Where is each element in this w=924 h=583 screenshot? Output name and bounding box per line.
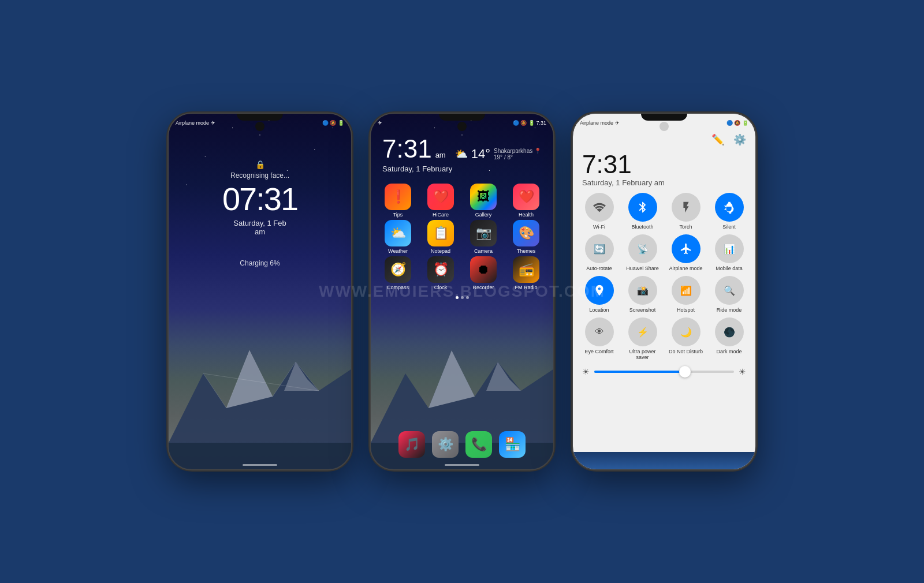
brightness-fill [594,371,685,373]
toggle-label-wi-fi: Wi-Fi [593,224,605,230]
cp-toggle-wi-fi[interactable]: Wi-Fi [580,193,619,230]
app-label: Clock [434,285,448,290]
dot-3 [466,296,469,299]
app-grid: ❗ Tips ❤️ HiCare 🖼 Gallery ❤️ Health ⛅ W… [371,180,553,294]
cp-toggle-location[interactable]: Location [580,276,619,313]
home-time: 7:31 am ⛅ 14° Shakarpurkhas 📍 19° / 8° [382,134,542,163]
toggle-circle-location[interactable] [585,276,614,305]
app-item-notepad[interactable]: 📋 Notepad [420,220,461,254]
cp-toggle-bluetooth[interactable]: Bluetooth [623,193,662,230]
brightness-slider[interactable] [594,371,734,373]
app-item-clock[interactable]: ⏰ Clock [420,256,461,290]
status-left: Airplane mode ✈ [176,120,215,126]
app-label: Camera [474,248,493,254]
app-label: Themes [517,248,536,254]
toggle-circle-ultra-power-saver[interactable]: ⚡ [628,317,657,346]
status-right: 🔵 🔕 🔋 [322,120,344,126]
toggle-circle-huawei-share[interactable]: 📡 [628,234,657,263]
toggle-label-ultra-power-saver: Ultra power saver [623,349,662,360]
cp-time-date: Saturday, 1 February am [582,178,746,187]
toggle-circle-ride-mode[interactable]: 🔍 [715,276,744,305]
cp-toggle-mobile-data[interactable]: 📊Mobile data [710,234,748,271]
phone-homescreen: ✈ 🔵 🔕 🔋 7:31 7:31 am ⛅ 14° Shakarpurkhas… [370,113,554,470]
front-camera-home [457,122,467,131]
app-icon: 🎨 [513,220,539,246]
cp-toggle-do-not-disturb[interactable]: 🌙Do Not Disturb [666,317,705,360]
app-item-camera[interactable]: 📷 Camera [463,220,504,254]
toggle-circle-do-not-disturb[interactable]: 🌙 [672,317,701,346]
home-date: Saturday, 1 February [382,165,542,173]
home-temp: 14° [471,147,490,162]
app-item-fm-radio[interactable]: 📻 FM Radio [506,256,546,290]
toggle-circle-airplane-mode[interactable] [672,234,701,263]
toggle-circle-hotspot[interactable]: 📶 [672,276,701,305]
dot-1 [456,296,459,299]
front-camera [255,122,264,131]
app-icon: 🖼 [470,184,497,210]
app-item-health[interactable]: ❤️ Health [506,184,546,218]
cp-toggle-screenshot[interactable]: 📸Screenshot [623,276,662,313]
app-item-tips[interactable]: ❗ Tips [378,184,418,218]
toggle-label-auto-rotate: Auto-rotate [586,266,612,271]
cp-toggle-auto-rotate[interactable]: 🔄Auto-rotate [580,234,619,271]
app-label: Notepad [431,248,450,254]
toggle-label-dark-mode: Dark mode [716,349,742,354]
home-status-right: 🔵 🔕 🔋 7:31 [513,120,546,126]
cp-toggle-dark-mode[interactable]: 🌑Dark mode [710,317,748,360]
app-item-recorder[interactable]: ⏺ Recorder [463,256,504,290]
svg-rect-4 [169,443,352,470]
toggle-circle-eye-comfort[interactable]: 👁 [585,317,614,346]
cp-brightness: ☀ ☀ [573,362,755,381]
app-icon: ⛅ [385,220,411,246]
toggle-circle-silent[interactable] [715,193,744,222]
cp-toggle-torch[interactable]: Torch [666,193,705,230]
cp-toggle-ultra-power-saver[interactable]: ⚡Ultra power saver [623,317,662,360]
toggle-label-hotspot: Hotspot [677,307,695,313]
cp-toggle-eye-comfort[interactable]: 👁Eye Comfort [580,317,619,360]
cp-toggle-airplane-mode[interactable]: Airplane mode [666,234,705,271]
cp-header: ✏️ ⚙️ [573,130,755,150]
app-label: Weather [388,248,408,254]
app-icon: 📋 [427,220,454,246]
toggle-circle-bluetooth[interactable] [628,193,657,222]
lock-date: Saturday, 1 Feb am [233,219,286,236]
app-item-compass[interactable]: 🧭 Compass [378,256,418,290]
cp-toggle-silent[interactable]: Silent [710,193,748,230]
cp-status-right: 🔵 🔕 🔋 [726,120,748,126]
toggle-label-airplane-mode: Airplane mode [669,266,702,271]
toggle-circle-mobile-data[interactable]: 📊 [715,234,744,263]
app-item-hicare[interactable]: ❤️ HiCare [420,184,461,218]
home-bar[interactable] [243,464,277,466]
weather-detail: Shakarpurkhas 📍 19° / 8° [494,148,541,160]
toggle-label-location: Location [589,307,609,313]
app-icon: ⏰ [427,256,454,283]
face-recognition-text: Recognising face... [230,171,289,180]
app-item-weather[interactable]: ⛅ Weather [378,220,418,254]
toggle-circle-wi-fi[interactable] [585,193,614,222]
home-time-am: am [435,151,446,159]
cp-toggles: Wi-FiBluetoothTorchSilent🔄Auto-rotate📡Hu… [573,187,755,362]
control-panel: Airplane mode ✈ 🔵 🔕 🔋 ✏️ ⚙️ 7:31 Saturda… [573,114,755,469]
toggle-circle-screenshot[interactable]: 📸 [628,276,657,305]
app-item-gallery[interactable]: 🖼 Gallery [463,184,504,218]
app-item-themes[interactable]: 🎨 Themes [506,220,546,254]
toggle-label-eye-comfort: Eye Comfort [584,349,613,354]
lock-charging: Charging 6% [240,259,280,267]
cp-toggle-ride-mode[interactable]: 🔍Ride mode [710,276,748,313]
cp-toggle-hotspot[interactable]: 📶Hotspot [666,276,705,313]
cp-bottom-strip [573,452,755,469]
home-weather: ⛅ 14° Shakarpurkhas 📍 19° / 8° [455,147,541,162]
home-time-big: 7:31 [382,134,432,163]
edit-icon[interactable]: ✏️ [711,133,724,146]
toggle-label-do-not-disturb: Do Not Disturb [669,349,703,354]
phone-controlcenter: Airplane mode ✈ 🔵 🔕 🔋 ✏️ ⚙️ 7:31 Saturda… [572,113,757,470]
brightness-thumb[interactable] [679,366,691,378]
toggle-circle-torch[interactable] [672,193,701,222]
lock-time: 07:31 [222,183,297,215]
app-label: Gallery [475,212,492,218]
settings-icon[interactable]: ⚙️ [733,133,746,146]
cp-time-big: 7:31 [582,152,746,177]
toggle-circle-auto-rotate[interactable]: 🔄 [585,234,614,263]
cp-toggle-huawei-share[interactable]: 📡Huawei Share [623,234,662,271]
toggle-circle-dark-mode[interactable]: 🌑 [715,317,744,346]
